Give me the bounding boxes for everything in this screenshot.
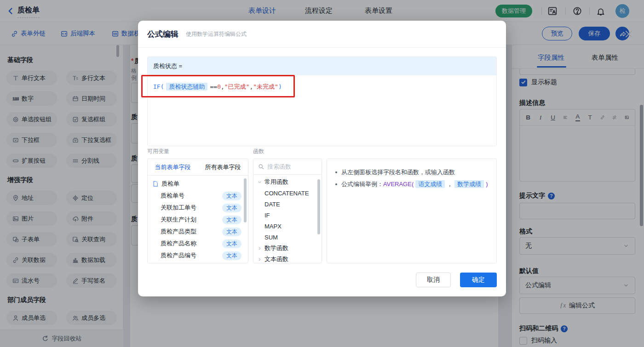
- function-search[interactable]: 搜索函数: [253, 159, 322, 175]
- function-group-text[interactable]: 文本函数: [253, 254, 322, 263]
- help-tip-1: 从左侧面板选择字段名和函数，或输入函数: [334, 166, 489, 178]
- formula-token[interactable]: "未完成": [253, 83, 278, 90]
- function-item[interactable]: SUM: [253, 232, 322, 243]
- formula-editor: 质检状态 = IF(质检状态辅助==0,"已完成","未完成"): [147, 57, 497, 146]
- variables-list: 质检单号 文本 关联加工单号 文本 关联生产计划 文本 质检产品类型 文本 质检: [148, 190, 248, 262]
- variable-row-partial[interactable]: ··: [148, 262, 248, 263]
- formula-token[interactable]: 0: [217, 83, 221, 90]
- confirm-button[interactable]: 确定: [460, 273, 497, 287]
- variables-panel: 当前表单字段 所有表单字段 质检单 质检单号 文本 关联加工单号 文本 关联生产…: [147, 159, 248, 263]
- chevron-right-icon: [257, 257, 262, 262]
- example-field-chip: 语文成绩: [415, 180, 445, 188]
- example-field-chip: 数学成绩: [454, 180, 484, 188]
- formula-help-panel: 从左侧面板选择字段名和函数，或输入函数 公式编辑举例：AVERAGE(语文成绩，…: [327, 159, 497, 263]
- variable-row[interactable]: 质检产品名称 文本: [148, 238, 248, 250]
- formula-token[interactable]: ,: [221, 83, 224, 90]
- tab-all-form-fields[interactable]: 所有表单字段: [198, 163, 248, 171]
- function-list: CONCATENATEDATEIFMAPXSUM: [253, 188, 322, 243]
- functions-panel: 搜索函数 常用函数 CONCATENATEDATEIFMAPXSUM 数学函数 …: [253, 159, 322, 263]
- field-type-badge: 文本: [222, 204, 242, 212]
- file-icon: [152, 181, 159, 187]
- formula-token[interactable]: 质检状态辅助: [166, 83, 207, 91]
- search-placeholder: 搜索函数: [267, 163, 291, 171]
- field-type-badge: 文本: [222, 239, 242, 248]
- function-group-math[interactable]: 数学函数: [253, 243, 322, 254]
- formula-token[interactable]: "已完成": [224, 83, 250, 90]
- help-tip-2: 公式编辑举例：AVERAGE(语文成绩，数学成绩): [334, 178, 489, 190]
- field-type-badge: 文本: [222, 251, 242, 260]
- field-type-badge: 文本: [222, 216, 242, 224]
- close-icon[interactable]: [625, 30, 633, 38]
- formula-target: 质检状态 =: [148, 57, 496, 75]
- variables-label: 可用变量: [147, 148, 169, 155]
- variables-tree-root[interactable]: 质检单: [148, 178, 248, 190]
- variables-scrollbar[interactable]: [244, 178, 247, 222]
- formula-token[interactable]: IF(: [153, 83, 164, 90]
- dialog-subtitle: 使用数学运算符编辑公式: [186, 30, 247, 38]
- formula-input-area[interactable]: IF(质检状态辅助==0,"已完成","未完成"): [148, 75, 496, 146]
- variable-row[interactable]: 质检产品类型 文本: [148, 226, 248, 238]
- function-item[interactable]: MAPX: [253, 221, 322, 232]
- functions-label: 函数: [253, 148, 264, 155]
- formula-edit-dialog: 公式编辑 使用数学运算符编辑公式 质检状态 = IF(质检状态辅助==0,"已完…: [138, 21, 506, 296]
- field-type-badge: 文本: [222, 228, 242, 236]
- chevron-down-icon: [257, 180, 262, 185]
- formula-token[interactable]: ): [278, 83, 282, 90]
- field-type-badge: 文本: [222, 192, 242, 200]
- bullet-icon: [335, 171, 337, 173]
- tab-current-form-fields[interactable]: 当前表单字段: [148, 163, 198, 171]
- function-item[interactable]: CONCATENATE: [253, 188, 322, 199]
- search-icon: [258, 164, 264, 170]
- variable-row[interactable]: 关联生产计划 文本: [148, 214, 248, 226]
- variables-tabs: 当前表单字段 所有表单字段: [148, 159, 248, 176]
- functions-scrollbar[interactable]: [317, 179, 320, 234]
- function-item[interactable]: IF: [253, 210, 322, 221]
- chevron-right-icon: [257, 246, 262, 251]
- function-group-common[interactable]: 常用函数: [253, 176, 322, 188]
- function-item[interactable]: DATE: [253, 199, 322, 210]
- example-function-name: AVERAGE(: [383, 181, 414, 188]
- dialog-title: 公式编辑: [147, 29, 178, 40]
- formula-token[interactable]: ==: [210, 83, 217, 90]
- variable-row[interactable]: 质检单号 文本: [148, 190, 248, 202]
- variable-row[interactable]: 关联加工单号 文本: [148, 202, 248, 214]
- bullet-icon: [335, 183, 337, 185]
- dialog-header: 公式编辑 使用数学运算符编辑公式: [138, 21, 506, 48]
- variable-row[interactable]: 质检产品编号 文本: [148, 250, 248, 262]
- cancel-button[interactable]: 取消: [416, 273, 451, 287]
